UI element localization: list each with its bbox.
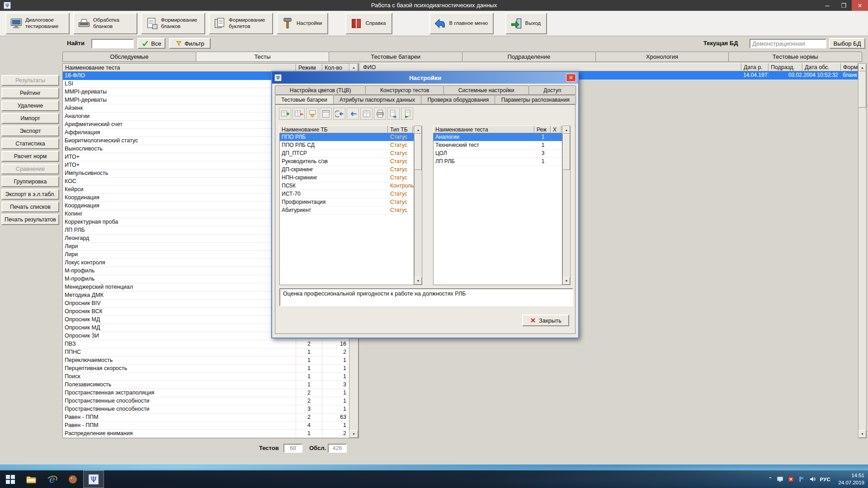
sidebar-button-grouping[interactable]: Группировка <box>1 176 59 187</box>
dialog-tab-4[interactable]: Тестовые батареи <box>275 95 334 104</box>
battery-scrollbar[interactable]: ▲ ▼ <box>414 126 422 285</box>
stamp-button[interactable] <box>306 108 318 120</box>
scroll-down-icon[interactable]: ▼ <box>563 277 570 285</box>
select-db-button[interactable]: Выбор БД <box>829 38 865 49</box>
tab-tests[interactable]: Тесты <box>196 52 330 62</box>
test-row[interactable]: Перцептивная скорость11 <box>63 365 359 373</box>
dialog-tab-0[interactable]: Настройка цветов (ТЦВ) <box>275 85 366 95</box>
dialog-tab-7[interactable]: Параметры распознавания <box>495 95 576 104</box>
battery-row[interactable]: ППО РЛБ СДСтатус <box>280 141 414 150</box>
tab-examinees[interactable]: Обследуемые <box>62 52 196 62</box>
battery-row[interactable]: ДП-скринингСтатус <box>280 166 414 174</box>
ie-icon[interactable]: e <box>42 470 62 488</box>
explorer-icon[interactable] <box>21 470 42 488</box>
dialog-tab-5[interactable]: Атрибуты паспортных данных <box>333 95 421 104</box>
battery-row[interactable]: НПН-скринингСтатус <box>280 174 414 182</box>
edit-button[interactable] <box>292 108 305 120</box>
clock[interactable]: 14:51 24.07.2019 <box>835 472 864 486</box>
scroll-down-icon[interactable]: ▼ <box>859 430 866 438</box>
sidebar-button-print-results[interactable]: Печать результатов <box>1 214 59 225</box>
palette-icon[interactable] <box>62 470 83 488</box>
battery-row[interactable]: Руководитель с/звСтатус <box>280 158 414 166</box>
toolbar-button-main-menu[interactable]: В главное меню <box>429 13 494 34</box>
tray-alert-icon[interactable] <box>788 476 794 483</box>
battery-row[interactable]: ИСТ-70Статус <box>280 190 414 198</box>
test-row[interactable]: Поиск11 <box>63 373 359 381</box>
battery-row[interactable]: ПС5ККонтроль <box>280 182 414 190</box>
battery-tests-scrollbar[interactable]: ▲ ▼ <box>562 126 571 285</box>
hidden-icons-chevron-icon[interactable]: ⌃ <box>768 476 772 482</box>
col-test-x[interactable]: X <box>551 126 561 133</box>
toolbar-button-blank-forming[interactable]: Формирование бланков <box>141 13 205 34</box>
toolbar-button-settings[interactable]: Настройки <box>277 13 328 34</box>
battery-test-row[interactable]: ЦОЛ3 <box>434 150 562 158</box>
search-input[interactable] <box>91 39 134 48</box>
print-button[interactable] <box>374 108 386 120</box>
insert-test-button[interactable] <box>333 108 345 120</box>
col-form[interactable]: Форм... <box>841 63 858 71</box>
scroll-track[interactable] <box>859 108 866 430</box>
sidebar-button-norm-calc[interactable]: Расчет норм <box>1 151 59 162</box>
import-button[interactable] <box>401 108 413 120</box>
battery-row[interactable]: АбитуриентСтатус <box>280 206 414 215</box>
tab-units[interactable]: Подразделение <box>462 52 596 62</box>
col-test-name[interactable]: Наименование теста <box>433 126 534 133</box>
test-row[interactable]: Полезависимость13 <box>63 381 359 389</box>
col-battery-name[interactable]: Наименование ТБ <box>279 126 388 133</box>
sidebar-button-import[interactable]: Импорт <box>1 113 59 124</box>
scroll-down-icon[interactable]: ▼ <box>415 277 422 285</box>
test-row[interactable]: Переключаемость11 <box>63 357 359 365</box>
close-button[interactable]: ✕ <box>852 0 868 11</box>
col-fio[interactable]: ФИО <box>361 63 741 71</box>
scroll-down-icon[interactable]: ▼ <box>349 430 358 438</box>
battery-row[interactable]: ДП_ПТСРСтатус <box>280 150 414 158</box>
test-row[interactable]: Пространственные способности31 <box>63 405 359 413</box>
col-unit[interactable]: Подразд. <box>769 63 802 71</box>
col-exam-date[interactable]: Дата обс. <box>802 63 841 71</box>
remove-test-button[interactable] <box>347 108 359 120</box>
scroll-up-icon[interactable]: ▲ <box>563 126 570 134</box>
notes-button[interactable] <box>360 108 373 120</box>
test-row[interactable]: Пространственные способности21 <box>63 397 359 405</box>
sidebar-button-export[interactable]: Экспорт <box>1 126 59 136</box>
col-birth-date[interactable]: Дата р. <box>741 63 769 71</box>
dialog-close-icon[interactable]: ✕ <box>566 74 576 82</box>
tray-flag-icon[interactable] <box>798 476 805 483</box>
tab-chronology[interactable]: Хронология <box>595 52 729 62</box>
scroll-thumb[interactable] <box>563 134 570 170</box>
toolbar-button-exit[interactable]: Выход <box>505 13 547 34</box>
col-test-mode[interactable]: Реж <box>534 126 551 133</box>
sidebar-button-export-spreadsheet[interactable]: Экспорт в э.л.табл. <box>1 189 59 200</box>
battery-row[interactable]: ППО РЛБСтатус <box>280 133 414 141</box>
test-row[interactable]: ПВЗ216 <box>63 340 359 348</box>
scroll-thumb[interactable] <box>859 71 866 108</box>
add-button[interactable] <box>279 108 291 120</box>
minimize-button[interactable]: ─ <box>819 0 835 11</box>
tab-test-norms[interactable]: Тестовые нормы <box>728 52 862 62</box>
list-button[interactable] <box>320 108 332 120</box>
dialog-tab-3[interactable]: Доступ <box>528 85 576 95</box>
scroll-up-icon[interactable]: ▲ <box>349 64 358 71</box>
dialog-tab-1[interactable]: Конструктор тестов <box>365 85 444 95</box>
tab-test-batteries[interactable]: Тестовые батареи <box>329 52 462 62</box>
filter-button[interactable]: Фильтр <box>169 38 211 49</box>
scroll-up-icon[interactable]: ▲ <box>415 126 422 134</box>
battery-test-row[interactable]: ЛП РЛБ1 <box>434 158 562 166</box>
scroll-track[interactable] <box>415 170 422 277</box>
scroll-track[interactable] <box>563 170 570 277</box>
test-row[interactable]: Распределение внимания12 <box>63 430 359 438</box>
toolbar-button-blank-processing[interactable]: Обработка бланков <box>73 13 137 34</box>
current-db-input[interactable] <box>750 39 826 48</box>
toolbar-button-dialog-testing[interactable]: Диалоговое тестирование <box>5 13 70 34</box>
toolbar-button-help[interactable]: Справка <box>345 13 392 34</box>
tray-network-icon[interactable] <box>777 476 783 483</box>
battery-test-row[interactable]: Аналогии1 <box>434 133 562 141</box>
volume-icon[interactable] <box>809 476 816 483</box>
dialog-tab-2[interactable]: Системные настройки <box>443 85 529 95</box>
test-row[interactable]: Равен - ППМ41 <box>63 422 359 430</box>
col-test-name[interactable]: Наименование теста <box>63 64 296 72</box>
scroll-thumb[interactable] <box>415 134 422 170</box>
sidebar-button-rating[interactable]: Рейтинг <box>1 88 59 99</box>
sidebar-button-delete[interactable]: Удаление <box>1 100 59 111</box>
export-button[interactable] <box>387 108 400 120</box>
